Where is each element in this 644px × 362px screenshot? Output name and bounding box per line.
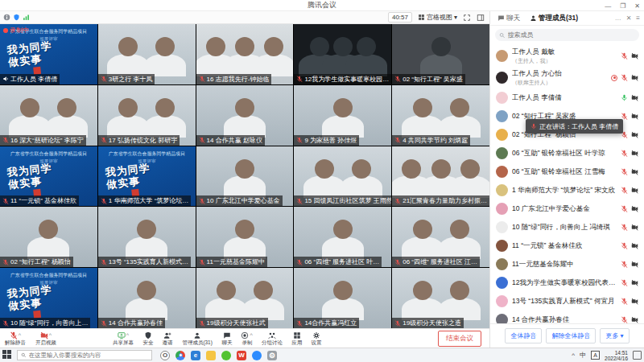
mic-off-icon[interactable]	[621, 224, 628, 231]
ime-language[interactable]: 中	[580, 351, 586, 360]
mic-off-icon[interactable]	[621, 242, 628, 249]
close-button[interactable]: ✕	[634, 2, 640, 10]
tab-chat[interactable]: 聊天	[494, 14, 523, 23]
mic-off-icon[interactable]	[621, 168, 628, 175]
start-button[interactable]	[2, 350, 13, 360]
video-tile[interactable]: 16 深大“慈研论坛” 李陈宁	[0, 85, 97, 146]
info-icon[interactable]	[3, 14, 10, 21]
chevron-up-icon[interactable]: ^	[250, 332, 252, 339]
camera-off-icon[interactable]	[631, 150, 638, 157]
unmute-all-button[interactable]: 解除全体静音	[546, 328, 596, 343]
video-tile[interactable]: 广东省学生联合会服务同学精品项目巡展评审我为同学做实事1 华南师范大学 “筑梦论…	[98, 146, 196, 207]
toolbar-shield-button[interactable]: 安全	[138, 331, 158, 346]
minimize-button[interactable]: —	[605, 2, 611, 10]
camera-off-icon[interactable]	[631, 261, 638, 268]
camera-off-icon[interactable]	[631, 205, 638, 212]
taskbar-app-settings-app[interactable]: ⚙	[267, 351, 277, 360]
ime-mode-icon[interactable]: A	[591, 351, 600, 360]
toolbar-breakout-button[interactable]: 分组讨论	[257, 331, 287, 346]
video-tile[interactable]: 广东省学生联合会服务同学精品项目巡展评审我为同学做实事10 随“绿”同行，向善向…	[0, 268, 97, 328]
member-row[interactable]: 13号 “135实践育人新模式” 何宜月	[490, 292, 644, 311]
camera-off-icon[interactable]	[631, 242, 638, 249]
video-tile[interactable]: 02 “知行工程” 吴家盛	[392, 24, 489, 84]
search-input[interactable]	[508, 31, 636, 39]
video-tile[interactable]: 10 广东北江中学爱心基金	[196, 146, 294, 207]
video-tile[interactable]: 14 合作共赢 赵咏仪	[196, 85, 294, 146]
video-tile[interactable]: 17 弘扬传统文化 郭研宇	[98, 85, 196, 146]
shield-icon[interactable]	[13, 14, 20, 21]
mic-off-icon[interactable]	[621, 298, 628, 305]
video-tile[interactable]: 15 回馈凤江街社区筑梦 王雨然	[294, 146, 391, 207]
toolbar-chat-button[interactable]: 聊天	[217, 331, 237, 346]
camera-off-icon[interactable]	[631, 52, 638, 60]
member-row[interactable]: 14 合作共赢孙春佳	[490, 311, 644, 323]
notification-center-icon[interactable]	[633, 351, 642, 360]
member-row[interactable]: 1 华南师范大学 “筑梦论坛” 宋文欣	[490, 181, 644, 200]
tab-members[interactable]: 管理成员(31)	[526, 14, 581, 23]
toolbar-person-button[interactable]: 管理成员(31)	[177, 331, 217, 346]
video-tile[interactable]: 3研之行 李十凤	[98, 24, 196, 84]
member-row[interactable]: 06 “互助” 银铃幸福社区 叶学琼	[490, 144, 644, 162]
video-tile[interactable]: 21汇聚青春力量助力乡村振…	[392, 146, 489, 207]
taskbar-app-explorer[interactable]	[206, 351, 216, 360]
mic-off-icon[interactable]	[621, 187, 628, 194]
member-row[interactable]: 工作人员 戴敏（主持人，我）	[490, 45, 644, 67]
camera-off-icon[interactable]	[631, 316, 638, 323]
member-row[interactable]: 10 广东北江中学爱心基金	[490, 200, 644, 218]
video-tile[interactable]: 11一元慈基金陈耀中	[196, 207, 294, 267]
member-row[interactable]: 工作人员 李倩倩	[490, 88, 644, 107]
mute-all-button[interactable]: 全体静音	[505, 328, 542, 343]
camera-off-icon[interactable]	[631, 279, 638, 286]
toolbar-record-button[interactable]: ^录制	[237, 331, 256, 346]
member-row[interactable]: 06 “互助” 银铃幸福社区 江雪梅	[490, 162, 644, 181]
camera-off-icon[interactable]	[631, 224, 638, 231]
taskbar-app-edge[interactable]: e	[191, 351, 200, 360]
camera-off-icon[interactable]	[631, 113, 638, 120]
taskbar-search[interactable]	[17, 350, 152, 360]
chevron-up-icon[interactable]: ^	[49, 332, 52, 339]
video-tile[interactable]: 12我为学生做实事暖寒校园…	[294, 24, 391, 84]
video-tile[interactable]: 4 共同共学节约 刘炳霆	[392, 85, 489, 146]
member-row[interactable]: 11一元慈基金陈耀中	[490, 255, 644, 274]
member-row[interactable]: 11 “一元锁” 基金林佳欣	[490, 237, 644, 255]
video-tile[interactable]: 16 志愿我先行-钟始临	[196, 24, 294, 84]
mic-off-icon[interactable]	[621, 52, 628, 60]
camera-off-icon[interactable]	[631, 74, 638, 81]
toolbar-mic-off-button[interactable]: ^解除静音	[0, 331, 31, 346]
chevron-up-icon[interactable]: ^	[126, 332, 129, 339]
toolbar-share-button[interactable]: ^共享屏幕	[108, 331, 138, 346]
member-search[interactable]	[495, 29, 639, 41]
member-row[interactable]: 10 随“绿”同行，向善向上 冯绮琪	[490, 218, 644, 237]
chevron-up-icon[interactable]: ^	[19, 332, 21, 339]
toolbar-camera-off-button[interactable]: ^开启视频	[31, 331, 61, 346]
mic-off-icon[interactable]	[621, 150, 628, 157]
video-tile[interactable]: 14合作共赢冯红立	[294, 268, 391, 328]
end-meeting-button[interactable]: 结束会议	[438, 331, 481, 347]
video-tile[interactable]: 13号 “135实践育人新模式…	[98, 207, 196, 267]
taskbar-app-wechat[interactable]	[221, 351, 231, 360]
video-tile[interactable]: 19级积分天使张之造	[392, 268, 489, 328]
mic-on-icon[interactable]	[621, 94, 628, 101]
toolbar-apps-button[interactable]: 应用	[287, 331, 307, 346]
taskbar-clock[interactable]: 14:51 2022/4/16	[605, 350, 628, 361]
mic-off-icon[interactable]	[621, 205, 628, 212]
video-tile[interactable]: 广东省学生联合会服务同学精品项目巡展评审我为同学做实事11 “一元锁” 基金林佳…	[0, 146, 97, 207]
mic-off-icon[interactable]	[621, 316, 628, 323]
camera-off-icon[interactable]	[631, 168, 638, 175]
video-tile[interactable]: 9 为家慈善 孙佳煜	[294, 85, 391, 146]
toolbar-gear-button[interactable]: 设置	[307, 331, 326, 346]
mic-off-icon[interactable]	[621, 74, 628, 81]
member-row[interactable]: 工作人员 方心怡（联席主持人）	[490, 67, 644, 88]
menu-icon[interactable]: ≡	[636, 14, 640, 22]
side-panel-icon[interactable]	[477, 14, 485, 22]
camera-off-icon[interactable]	[631, 94, 638, 101]
tray-expand-icon[interactable]: ^	[572, 352, 575, 359]
toolbar-person-add-button[interactable]: 邀请	[158, 331, 177, 346]
fullscreen-icon[interactable]	[463, 14, 471, 22]
video-tile[interactable]: 06 “四维” 服务进社区 江…	[392, 207, 489, 267]
layout-dropdown[interactable]: 宫格视图 ▾	[418, 13, 457, 22]
taskbar-app-cortana[interactable]: O	[160, 351, 170, 360]
mic-off-icon[interactable]	[621, 261, 628, 268]
video-tile[interactable]: 14 合作共赢孙春佳	[98, 268, 196, 328]
more-button[interactable]: 更多 ▾	[600, 328, 629, 343]
